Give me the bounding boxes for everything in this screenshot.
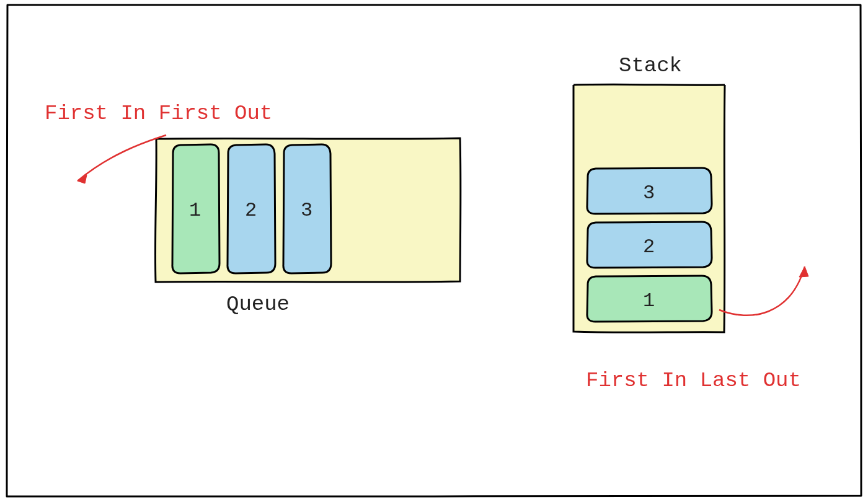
stack-item-3-label: 3 <box>643 182 655 205</box>
queue-item-3-label: 3 <box>301 199 312 222</box>
queue-item-1-label: 1 <box>189 199 201 222</box>
stack-item-2-label: 2 <box>643 236 655 258</box>
stack-principle: First In Last Out <box>586 369 801 392</box>
queue-principle: First In First Out <box>45 102 272 125</box>
stack-arrowhead-icon <box>799 266 808 277</box>
queue-arrow <box>78 135 166 181</box>
stack-container-top <box>574 84 725 85</box>
stack-item-1-label: 1 <box>643 289 655 312</box>
diagram-canvas: 1 2 3 Queue First In First Out Stack 1 2… <box>0 0 868 502</box>
queue-item-2-label: 2 <box>245 199 257 222</box>
stack-arrow <box>719 266 805 315</box>
stack-title: Stack <box>619 54 682 77</box>
queue-title: Queue <box>226 293 290 316</box>
